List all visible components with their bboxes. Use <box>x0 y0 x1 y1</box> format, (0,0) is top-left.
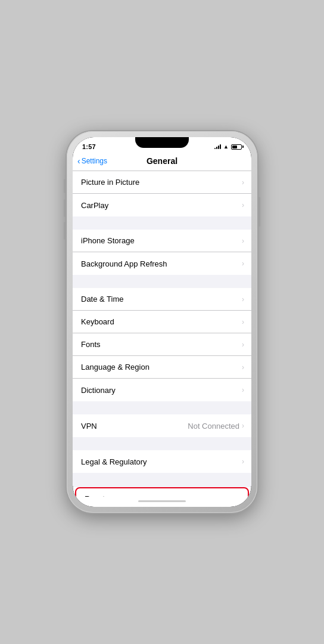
item-label: Keyboard <box>81 317 114 326</box>
page-title: General <box>147 156 177 166</box>
status-bar: 1:57 ▲ <box>73 137 251 153</box>
home-indicator <box>73 497 251 507</box>
scroll-area[interactable]: Picture in Picture › CarPlay › <box>73 171 251 497</box>
phone-screen: 1:57 ▲ ‹ Set <box>73 137 251 507</box>
section-legal: Legal & Regulatory › <box>73 450 251 473</box>
list-item-dictionary[interactable]: Dictionary › <box>73 379 251 401</box>
list-item-keyboard[interactable]: Keyboard › <box>73 311 251 333</box>
section-gap-3 <box>73 401 251 414</box>
list-item-legal[interactable]: Legal & Regulatory › <box>73 450 251 473</box>
list-item-date-time[interactable]: Date & Time › <box>73 288 251 311</box>
item-label: Language & Region <box>81 363 149 371</box>
list-item-fonts[interactable]: Fonts › <box>73 333 251 356</box>
wifi-icon: ▲ <box>223 144 229 150</box>
chevron-icon: › <box>242 457 244 466</box>
item-right: › <box>242 201 244 209</box>
list-item-language-region[interactable]: Language & Region › <box>73 356 251 379</box>
vpn-status: Not Connected <box>188 422 239 431</box>
item-label: Dictionary <box>81 386 116 395</box>
section-reset: Reset › Shut Down <box>73 487 251 497</box>
item-right: › <box>242 259 244 268</box>
item-right: › <box>242 363 244 371</box>
reset-label: Reset <box>85 494 105 497</box>
item-right: › <box>242 457 244 466</box>
section-gap-5 <box>73 473 251 486</box>
item-right: › <box>242 386 244 394</box>
chevron-icon: › <box>242 295 244 304</box>
section-storage-refresh: iPhone Storage › Background App Refresh … <box>73 230 251 275</box>
navigation-bar: ‹ Settings General <box>73 153 251 171</box>
back-button[interactable]: ‹ Settings <box>77 156 107 166</box>
signal-bar-2 <box>216 147 217 149</box>
chevron-icon: › <box>242 422 244 430</box>
chevron-icon: › <box>242 178 244 187</box>
chevron-icon: › <box>242 259 244 268</box>
list-item-iphone-storage[interactable]: iPhone Storage › <box>73 230 251 252</box>
notch <box>135 137 189 148</box>
item-label: Legal & Regulatory <box>81 457 147 466</box>
item-right: › <box>242 340 244 349</box>
section-gap-1 <box>73 216 251 230</box>
phone-frame: 1:57 ▲ ‹ Set <box>67 131 257 513</box>
power-button <box>258 197 260 227</box>
item-right: › <box>242 318 244 326</box>
status-time: 1:57 <box>82 143 96 150</box>
chevron-icon: › <box>242 386 244 394</box>
signal-bar-3 <box>218 145 219 149</box>
item-label: Background App Refresh <box>81 259 167 268</box>
volume-down-button <box>64 222 66 240</box>
section-gap-4 <box>73 437 251 450</box>
item-label: VPN <box>81 422 97 431</box>
status-icons: ▲ <box>214 144 242 150</box>
item-right: Not Connected › <box>188 422 244 431</box>
chevron-icon: › <box>242 363 244 371</box>
list-item-carplay[interactable]: CarPlay › <box>73 194 251 216</box>
back-chevron-icon: ‹ <box>77 156 80 166</box>
item-right: › <box>242 237 244 245</box>
item-label: iPhone Storage <box>81 236 135 245</box>
chevron-icon: › <box>242 237 244 245</box>
battery-fill <box>232 145 237 148</box>
list-item-reset[interactable]: Reset › <box>75 487 249 497</box>
list-item-background-refresh[interactable]: Background App Refresh › <box>73 252 251 275</box>
list-item-vpn[interactable]: VPN Not Connected › <box>73 414 251 437</box>
screen-content: 1:57 ▲ ‹ Set <box>73 137 251 507</box>
item-label: CarPlay <box>81 201 108 210</box>
item-label: Fonts <box>81 340 101 349</box>
chevron-icon: › <box>242 340 244 349</box>
item-right: › <box>242 178 244 187</box>
chevron-icon: › <box>238 494 241 497</box>
item-label: Date & Time <box>81 295 124 304</box>
chevron-icon: › <box>242 318 244 326</box>
item-label: Picture in Picture <box>81 178 139 187</box>
item-right: › <box>242 295 244 304</box>
section-picture-carplay: Picture in Picture › CarPlay › <box>73 171 251 216</box>
section-vpn: VPN Not Connected › <box>73 414 251 437</box>
volume-up-button <box>64 199 66 217</box>
section-datetime-lang: Date & Time › Keyboard › Fonts <box>73 288 251 401</box>
battery-icon <box>231 144 242 150</box>
chevron-icon: › <box>242 201 244 209</box>
section-gap-2 <box>73 275 251 288</box>
signal-icon <box>214 144 221 149</box>
home-bar <box>138 500 186 502</box>
signal-bar-1 <box>214 148 216 149</box>
silent-switch <box>64 179 66 193</box>
signal-bar-4 <box>220 144 221 149</box>
back-label: Settings <box>82 157 107 165</box>
list-item-picture-in-picture[interactable]: Picture in Picture › <box>73 171 251 194</box>
item-right: › <box>238 494 241 497</box>
